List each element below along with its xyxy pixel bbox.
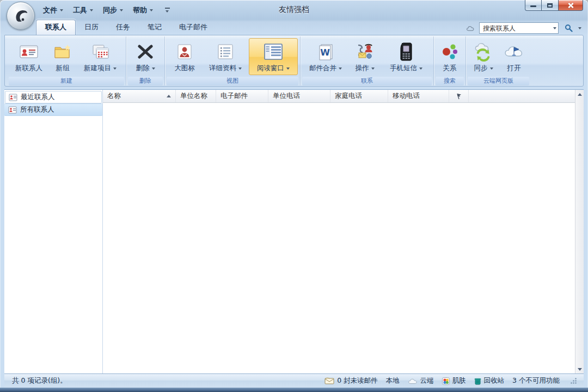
scroll-up-button[interactable] bbox=[575, 90, 584, 99]
column-header-home-phone[interactable]: 家庭电话 bbox=[330, 90, 388, 102]
mail-merge-button[interactable]: W 邮件合并 bbox=[303, 38, 348, 75]
close-icon bbox=[567, 3, 574, 8]
sync-label: 同步 bbox=[474, 64, 488, 73]
contacts-grid: 名称 单位名称 电子邮件 单位电话 家庭电话 bbox=[103, 90, 575, 373]
tab-contacts[interactable]: 联系人 bbox=[36, 20, 76, 35]
delete-x-icon bbox=[136, 41, 155, 62]
maximize-button[interactable] bbox=[542, 0, 559, 11]
minimize-icon bbox=[530, 5, 536, 7]
grid-body-empty[interactable] bbox=[103, 103, 575, 373]
tab-tasks[interactable]: 任务 bbox=[107, 20, 139, 35]
search-input[interactable] bbox=[483, 24, 553, 32]
grid-header-row: 名称 单位名称 电子邮件 单位电话 家庭电话 bbox=[103, 90, 575, 103]
column-label: 电子邮件 bbox=[220, 91, 248, 101]
actions-button[interactable]: 操作 bbox=[349, 38, 381, 75]
sidebar-item-recent-contacts[interactable]: 最近联系人 bbox=[5, 91, 102, 103]
chevron-down-icon bbox=[286, 68, 290, 70]
search-options-dropdown-icon[interactable] bbox=[578, 27, 581, 29]
sms-cellphone-icon bbox=[399, 41, 413, 62]
title-bar: 文件 工具 同步 帮助 友情强档 bbox=[0, 0, 588, 21]
disabled-features-status[interactable]: 3 个不可用功能 bbox=[512, 376, 560, 385]
actions-phone-icon bbox=[354, 41, 375, 62]
column-header-email[interactable]: 电子邮件 bbox=[216, 90, 268, 102]
large-icons-label: 大图标 bbox=[174, 64, 195, 73]
resize-grip[interactable] bbox=[570, 377, 577, 384]
chevron-down-icon bbox=[419, 68, 422, 70]
scroll-down-button[interactable] bbox=[575, 365, 584, 373]
skin-label: 肌肤 bbox=[452, 376, 466, 385]
large-icon-view-icon bbox=[175, 41, 194, 62]
new-contact-card-icon bbox=[19, 41, 39, 62]
large-icons-button[interactable]: 大图标 bbox=[167, 38, 202, 75]
recycle-bin-status[interactable]: 回收站 bbox=[474, 376, 505, 385]
new-group-button[interactable]: 新组 bbox=[49, 38, 76, 75]
tab-calendar[interactable]: 日历 bbox=[76, 20, 107, 35]
maximize-icon bbox=[547, 3, 553, 8]
cloud-open-icon bbox=[503, 41, 525, 62]
search-box bbox=[479, 22, 559, 34]
skin-status[interactable]: 肌肤 bbox=[442, 376, 466, 385]
new-contact-button[interactable]: 新联系人 bbox=[9, 38, 48, 75]
tab-row: 联系人 日历 任务 笔记 电子邮件 bbox=[4, 21, 584, 35]
column-header-name[interactable]: 名称 bbox=[103, 90, 176, 102]
sms-label: 手机短信 bbox=[390, 64, 417, 73]
tab-notes[interactable]: 笔记 bbox=[139, 20, 170, 35]
new-group-folder-icon bbox=[53, 41, 72, 62]
sort-ascending-icon bbox=[167, 95, 171, 97]
cloud-status[interactable]: 云端 bbox=[408, 376, 434, 385]
app-window: 文件 工具 同步 帮助 友情强档 联系人 bbox=[0, 0, 588, 392]
search-button[interactable] bbox=[562, 22, 575, 34]
new-item-button[interactable]: 新建项目 bbox=[77, 38, 124, 75]
ribbon-group-search: 关系 搜索 bbox=[434, 36, 466, 85]
details-button[interactable]: 详细资料 bbox=[203, 38, 248, 75]
tab-email[interactable]: 电子邮件 bbox=[170, 20, 216, 35]
delete-button[interactable]: 删除 bbox=[128, 38, 162, 75]
sidebar-item-label: 所有联系人 bbox=[20, 105, 54, 114]
ribbon-group-view: 大图标 bbox=[165, 36, 301, 85]
folder-sidebar: 最近联系人 所有联系人 bbox=[4, 90, 103, 373]
group-label-search: 搜索 bbox=[436, 77, 464, 85]
triangle-up-icon bbox=[578, 93, 582, 96]
minimize-button[interactable] bbox=[525, 0, 542, 11]
column-header-company[interactable]: 单位名称 bbox=[176, 90, 216, 102]
chevron-down-icon bbox=[371, 68, 375, 70]
open-button[interactable]: 打开 bbox=[499, 38, 529, 75]
app-logo[interactable] bbox=[7, 2, 35, 30]
details-list-icon bbox=[216, 41, 235, 62]
envelope-icon bbox=[324, 377, 334, 384]
group-label-view: 视图 bbox=[167, 77, 298, 85]
skin-palette-icon bbox=[442, 377, 450, 385]
group-label-contact: 联系 bbox=[302, 77, 432, 85]
reading-pane-button[interactable]: 阅读窗口 bbox=[249, 38, 298, 75]
ribbon-group-contact: W 邮件合并 bbox=[301, 36, 434, 85]
column-label: 单位名称 bbox=[180, 91, 207, 101]
local-status[interactable]: 本地 bbox=[386, 376, 400, 385]
close-button[interactable] bbox=[559, 0, 583, 11]
column-header-work-phone[interactable]: 单位电话 bbox=[268, 90, 330, 102]
contact-card-mini-icon bbox=[8, 106, 17, 114]
sync-button[interactable]: 同步 bbox=[468, 38, 499, 75]
details-label: 详细资料 bbox=[209, 64, 236, 73]
status-right-cluster: 0 封未读邮件 本地 云端 肌肤 bbox=[324, 376, 580, 385]
ribbon-group-cloud: 同步 打开 云端网页版 bbox=[466, 36, 531, 85]
app-logo-icon bbox=[11, 7, 31, 26]
sms-button[interactable]: 手机短信 bbox=[381, 38, 431, 75]
vertical-scrollbar[interactable] bbox=[575, 90, 584, 373]
contact-card-mini-icon bbox=[9, 94, 17, 101]
sidebar-item-all-contacts[interactable]: 所有联系人 bbox=[4, 103, 102, 116]
ribbon: 新联系人 新组 bbox=[4, 35, 584, 87]
ribbon-tabs: 联系人 日历 任务 笔记 电子邮件 bbox=[36, 21, 216, 35]
column-header-flag[interactable] bbox=[449, 90, 469, 102]
triangle-down-icon bbox=[578, 368, 582, 371]
column-label: 移动电话 bbox=[393, 91, 420, 101]
chevron-down-icon bbox=[238, 68, 242, 70]
reading-pane-label: 阅读窗口 bbox=[257, 64, 284, 73]
sidebar-item-label: 最近联系人 bbox=[21, 93, 55, 102]
status-bar: 共 0 项记录(组)。 0 封未读邮件 本地 云端 bbox=[4, 373, 584, 388]
relations-button[interactable]: 关系 bbox=[436, 38, 463, 75]
search-scope-dropdown-icon[interactable] bbox=[553, 27, 556, 29]
unread-mail-status[interactable]: 0 封未读邮件 bbox=[324, 376, 377, 385]
column-header-mobile-phone[interactable]: 移动电话 bbox=[388, 90, 449, 102]
svg-text:W: W bbox=[320, 47, 330, 58]
search-cluster bbox=[466, 22, 581, 34]
